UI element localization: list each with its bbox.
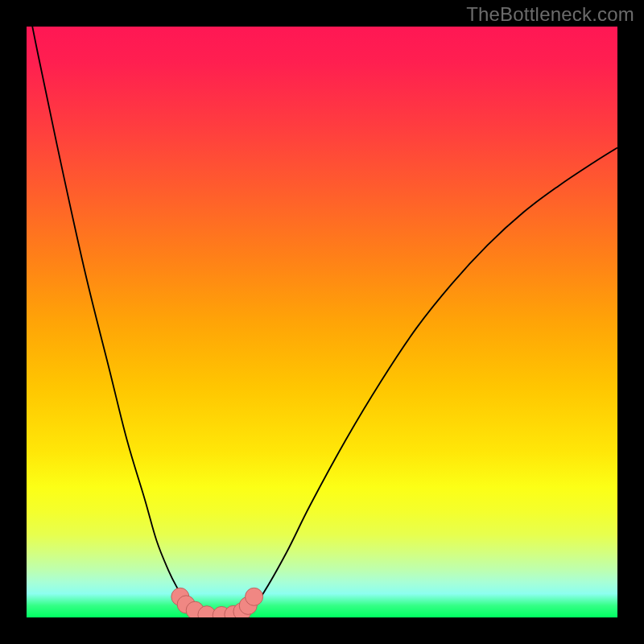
watermark-text: TheBottleneck.com [466,3,634,26]
plot-area [27,27,617,617]
highlight-markers [171,588,263,617]
outer-frame: TheBottleneck.com [0,0,644,644]
marker-dot [246,588,263,605]
curve-left-branch [27,27,204,615]
curve-right-branch [239,147,617,614]
chart-svg [27,27,617,617]
